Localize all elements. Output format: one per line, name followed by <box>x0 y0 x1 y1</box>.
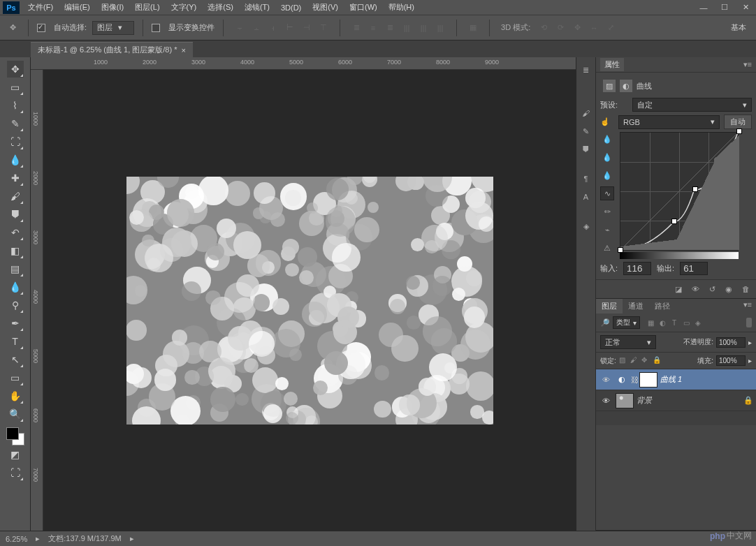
type-tool[interactable]: T <box>7 333 24 350</box>
lock-transparent-icon[interactable]: ▨ <box>619 356 629 366</box>
gradient-tool[interactable]: ▤ <box>7 260 24 277</box>
eraser-tool[interactable]: ◧ <box>7 242 24 259</box>
eyedropper-tool[interactable]: 💧 <box>7 152 24 168</box>
history-brush-tool[interactable]: ↶ <box>7 224 24 241</box>
align-bottom-icon[interactable]: ⫞ <box>266 20 281 36</box>
document-tab[interactable]: 未标题-1 @ 6.25% (曲线 1, 图层蒙版/8) * × <box>31 42 193 57</box>
layers-tab[interactable]: 图层 <box>596 299 623 313</box>
zoom-level[interactable]: 6.25% <box>6 535 27 543</box>
curves-graph[interactable] <box>620 132 739 251</box>
distribute-bottom-icon[interactable]: ≣ <box>382 20 398 36</box>
layer-row[interactable]: 👁 ◐ ⛓ 曲线 1 <box>596 369 756 390</box>
auto-align-icon[interactable]: ▦ <box>465 20 481 36</box>
clip-to-layer-icon[interactable]: ◪ <box>672 283 685 295</box>
distribute-top-icon[interactable]: ≣ <box>349 20 364 36</box>
maximize-button[interactable]: ☐ <box>714 1 735 15</box>
layer-filter-kind[interactable]: 类型 <box>613 316 640 329</box>
layer-visibility-toggle[interactable]: 👁 <box>599 376 613 384</box>
smooth-icon[interactable]: ⌁ <box>600 223 614 237</box>
menu-view[interactable]: 视图(V) <box>307 0 344 15</box>
align-top-icon[interactable]: ⫟ <box>232 20 247 36</box>
clone-source-panel-icon[interactable]: ⛊ <box>579 142 593 156</box>
fill-input[interactable] <box>716 355 746 366</box>
paths-tab[interactable]: 路径 <box>649 299 676 313</box>
curves-output-field[interactable] <box>680 262 708 275</box>
targeted-adjust-icon[interactable]: ☝ <box>600 117 614 126</box>
doc-info-icon[interactable]: ▸ <box>36 534 40 543</box>
pen-tool[interactable]: ✒ <box>7 315 24 332</box>
panel-menu-icon[interactable]: ▾≡ <box>743 60 752 69</box>
channel-dropdown[interactable]: RGB <box>618 115 720 129</box>
lock-all-icon[interactable]: 🔒 <box>653 356 662 366</box>
menu-help[interactable]: 帮助(H) <box>383 0 420 15</box>
3d-roll-icon[interactable]: ⟳ <box>553 20 568 36</box>
stamp-tool[interactable]: ⛊ <box>7 206 24 223</box>
3d-rotate-icon[interactable]: ⟲ <box>536 20 551 36</box>
distribute-hcenter-icon[interactable]: ||| <box>416 20 431 36</box>
curve-pencil-icon[interactable]: ✏ <box>600 205 614 219</box>
layers-panel-menu-icon[interactable]: ▾≡ <box>739 299 756 313</box>
link-icon[interactable]: ⛓ <box>631 376 637 384</box>
auto-button[interactable]: 自动 <box>724 115 752 129</box>
menu-image[interactable]: 图像(I) <box>96 0 129 15</box>
layer-mask-thumb[interactable] <box>639 372 657 388</box>
show-transform-checkbox[interactable] <box>152 24 160 32</box>
3d-panel-icon[interactable]: ◈ <box>579 219 593 233</box>
paragraph-panel-icon[interactable]: ¶ <box>579 172 593 186</box>
move-tool[interactable]: ✥ <box>7 61 24 78</box>
3d-slide-icon[interactable]: ↔ <box>586 20 602 36</box>
align-hcenter-icon[interactable]: ⊣ <box>299 20 314 36</box>
blur-tool[interactable]: 💧 <box>7 279 24 295</box>
lasso-tool[interactable]: ⌇ <box>7 97 24 114</box>
curve-edit-icon[interactable]: ∿ <box>600 186 614 200</box>
color-swatches[interactable] <box>6 427 24 445</box>
reset-icon[interactable]: ↺ <box>706 283 718 295</box>
canvas[interactable] <box>126 177 493 425</box>
lock-paint-icon[interactable]: 🖌 <box>630 356 640 366</box>
quick-select-tool[interactable]: ✎ <box>7 115 24 132</box>
view-previous-icon[interactable]: 👁 <box>689 283 702 295</box>
minimize-button[interactable]: — <box>693 1 714 15</box>
shape-tool[interactable]: ▭ <box>7 369 24 386</box>
path-select-tool[interactable]: ↖ <box>7 351 24 368</box>
dodge-tool[interactable]: ⚲ <box>7 297 24 313</box>
layer-row[interactable]: 👁 背景 🔒 <box>596 390 756 411</box>
curves-input-field[interactable] <box>623 262 651 275</box>
clip-warning-icon[interactable]: ⚠ <box>600 241 614 255</box>
document-tab-close-icon[interactable]: × <box>181 46 185 54</box>
blend-mode-dropdown[interactable]: 正常 <box>600 335 656 349</box>
curves-input-slider[interactable] <box>620 252 739 259</box>
properties-tab[interactable]: 属性 <box>600 58 624 71</box>
ruler-vertical[interactable]: 1000 2000 3000 4000 5000 6000 7000 <box>31 70 43 531</box>
workspace-switcher[interactable]: 基本 <box>727 21 750 34</box>
fill-scrubber-icon[interactable]: ▸ <box>748 357 752 364</box>
status-menu-icon[interactable]: ▸ <box>130 534 134 543</box>
quick-mask-toggle[interactable]: ◩ <box>7 446 24 463</box>
3d-scale-icon[interactable]: ⤢ <box>603 20 618 36</box>
menu-select[interactable]: 选择(S) <box>202 0 239 15</box>
distribute-vcenter-icon[interactable]: ≡ <box>365 20 381 36</box>
menu-window[interactable]: 窗口(W) <box>344 0 383 15</box>
distribute-right-icon[interactable]: ||| <box>432 20 448 36</box>
zoom-tool[interactable]: 🔍 <box>7 406 24 422</box>
opacity-input[interactable] <box>716 337 746 348</box>
layer-visibility-toggle[interactable]: 👁 <box>599 397 613 405</box>
layer-name[interactable]: 曲线 1 <box>660 374 753 385</box>
filter-type-icon[interactable]: T <box>669 318 679 327</box>
menu-3d[interactable]: 3D(D) <box>275 0 307 15</box>
brush-panel-icon[interactable]: 🖌 <box>579 106 593 120</box>
brush-presets-panel-icon[interactable]: ✎ <box>579 124 593 138</box>
layer-thumb[interactable] <box>616 393 634 408</box>
menu-file[interactable]: 文件(F) <box>22 0 59 15</box>
align-left-icon[interactable]: ⊢ <box>282 20 298 36</box>
canvas-area[interactable] <box>43 70 576 531</box>
lock-position-icon[interactable]: ✥ <box>641 356 651 366</box>
character-panel-icon[interactable]: A <box>579 190 593 204</box>
screen-mode-toggle[interactable]: ⛶ <box>7 464 24 481</box>
opacity-scrubber-icon[interactable]: ▸ <box>748 339 752 346</box>
menu-type[interactable]: 文字(Y) <box>166 0 203 15</box>
brush-tool[interactable]: 🖌 <box>7 188 24 205</box>
3d-drag-icon[interactable]: ✥ <box>569 20 585 36</box>
search-icon[interactable]: 🔎 <box>600 318 610 327</box>
history-panel-icon[interactable]: ≣ <box>579 63 593 77</box>
